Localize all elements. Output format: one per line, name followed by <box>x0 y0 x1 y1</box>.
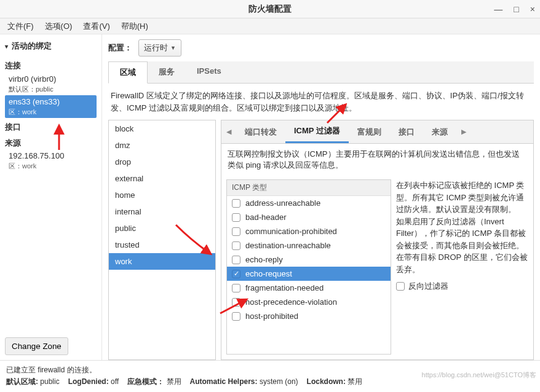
icmp-item[interactable]: destination-unreachable <box>227 238 391 253</box>
tab-services[interactable]: 服务 <box>148 61 186 83</box>
zone-item-public[interactable]: public <box>109 220 215 237</box>
close-icon[interactable]: × <box>530 4 535 14</box>
menu-view[interactable]: 查看(V) <box>83 21 109 32</box>
sidebar: ▾ 活动的绑定 连接 virbr0 (virbr0) 默认区：public en… <box>0 34 102 360</box>
subtab-rich[interactable]: 富规则 <box>349 122 390 143</box>
group-sources: 来源 <box>5 138 97 149</box>
source-item[interactable]: 192.168.75.100 区：work <box>5 150 97 171</box>
checkbox-icon[interactable] <box>232 213 240 222</box>
icmp-item[interactable]: bad-header <box>227 210 391 224</box>
main-tabs: 区域 服务 IPSets <box>108 61 534 84</box>
zone-item-external[interactable]: external <box>109 170 215 187</box>
icmp-item[interactable]: fragmentation-needed <box>227 281 391 295</box>
checkbox-icon[interactable] <box>232 256 240 264</box>
subtab-iface[interactable]: 接口 <box>390 122 423 143</box>
scroll-left-icon[interactable]: ◀ <box>221 124 236 139</box>
icmp-item-echo-request[interactable]: ✓echo-request <box>227 267 391 281</box>
icmp-header: ICMP 类型 <box>227 180 391 196</box>
menu-file[interactable]: 文件(F) <box>7 21 34 32</box>
chevron-down-icon: ▾ <box>5 43 8 50</box>
checkbox-icon[interactable] <box>396 282 405 291</box>
icmp-item[interactable]: address-unreachable <box>227 196 391 210</box>
menubar: 文件(F) 选项(O) 查看(V) 帮助(H) <box>0 18 540 34</box>
checkbox-icon[interactable]: ✓ <box>232 270 240 278</box>
menu-help[interactable]: 帮助(H) <box>121 21 148 32</box>
change-zone-button[interactable]: Change Zone <box>5 337 68 355</box>
checkbox-icon[interactable] <box>232 284 240 292</box>
zone-panel: ◀ 端口转发 ICMP 过滤器 富规则 接口 来源 ▶ 互联网控制报文协议（IC… <box>221 120 534 360</box>
titlebar: 防火墙配置 — □ × <box>0 0 540 18</box>
invert-filter-row[interactable]: 反向过滤器 <box>396 280 528 292</box>
icmp-item[interactable]: host-precedence-violation <box>227 295 391 309</box>
window-title: 防火墙配置 <box>248 4 292 15</box>
subtab-icmp[interactable]: ICMP 过滤器 <box>285 120 349 143</box>
zones-description: FirewallD 区域定义了绑定的网络连接、接口以及源地址的可信程度。区域是服… <box>108 84 534 120</box>
maximize-icon[interactable]: □ <box>514 4 518 14</box>
connection-item-virbr0[interactable]: virbr0 (virbr0) 默认区：public <box>5 73 97 95</box>
group-interfaces: 接口 <box>5 122 97 133</box>
icmp-item[interactable]: communication-prohibited <box>227 224 391 238</box>
scroll-right-icon[interactable]: ▶ <box>456 124 471 139</box>
zone-item-block[interactable]: block <box>109 120 215 137</box>
menu-options[interactable]: 选项(O) <box>45 21 73 32</box>
group-connections: 连接 <box>5 60 97 71</box>
zone-item-dmz[interactable]: dmz <box>109 137 215 154</box>
tab-ipsets[interactable]: IPSets <box>186 61 232 83</box>
subtab-source[interactable]: 来源 <box>423 122 456 143</box>
connection-item-ens33[interactable]: ens33 (ens33) 区：work <box>5 95 97 118</box>
zone-item-trusted[interactable]: trusted <box>109 237 215 253</box>
tab-zones[interactable]: 区域 <box>108 61 148 84</box>
checkbox-icon[interactable] <box>232 241 240 250</box>
config-dropdown[interactable]: 运行时 ▼ <box>138 39 181 57</box>
icmp-description: 互联网控制报文协议（ICMP）主要用于在联网的计算机间发送出错信息，但也发送类似… <box>221 144 533 171</box>
icmp-item[interactable]: host-prohibited <box>227 309 391 323</box>
zone-list[interactable]: block dmz drop external home internal pu… <box>108 120 216 360</box>
icmp-type-list[interactable]: ICMP 类型 address-unreachable bad-header c… <box>226 179 391 355</box>
checkbox-icon[interactable] <box>232 312 240 321</box>
config-label: 配置： <box>108 42 132 53</box>
checkbox-icon[interactable] <box>232 227 240 236</box>
zone-item-internal[interactable]: internal <box>109 203 215 220</box>
zone-item-home[interactable]: home <box>109 187 215 203</box>
subtab-portfwd[interactable]: 端口转发 <box>236 122 285 143</box>
chevron-down-icon: ▼ <box>170 45 176 51</box>
zone-item-work[interactable]: work <box>109 253 215 270</box>
zone-item-drop[interactable]: drop <box>109 154 215 170</box>
icmp-help: 在列表中标记应该被拒绝的 ICMP 类型。所有其它 ICMP 类型则被允许通过防… <box>396 179 528 355</box>
icmp-item[interactable]: echo-reply <box>227 253 391 267</box>
watermark: https://blog.csdn.net/wei@51CTO博客 <box>422 370 536 380</box>
checkbox-icon[interactable] <box>232 298 240 307</box>
sidebar-header[interactable]: ▾ 活动的绑定 <box>5 38 97 57</box>
main-panel: 配置： 运行时 ▼ 区域 服务 IPSets FirewallD 区域定义了绑定… <box>102 34 540 360</box>
checkbox-icon[interactable] <box>232 199 240 208</box>
minimize-icon[interactable]: — <box>494 4 502 14</box>
